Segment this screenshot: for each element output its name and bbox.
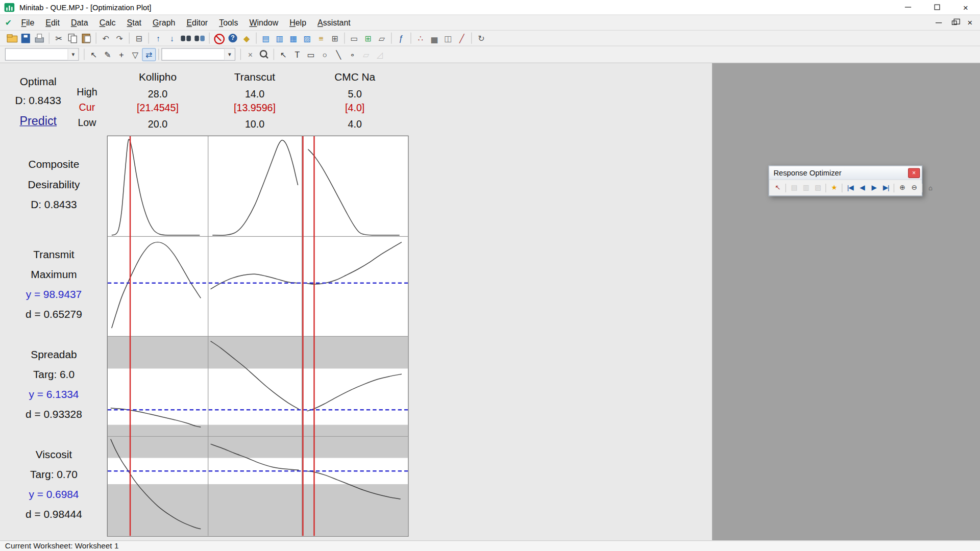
find-icon[interactable]	[179, 32, 193, 45]
statguide-icon[interactable]: ◆	[240, 32, 254, 45]
rectangle-tool-icon[interactable]: ▭	[304, 48, 318, 61]
select-item-icon[interactable]: ↖	[87, 48, 101, 61]
optimizer-plot-icon[interactable]: ▨	[812, 182, 823, 193]
item-select-combobox[interactable]: ▼	[5, 48, 79, 60]
status-bar: Current Worksheet: Worksheet 1	[0, 540, 980, 551]
factor-setting-line-2[interactable]	[314, 136, 315, 536]
menu-graph[interactable]: Graph	[147, 16, 181, 29]
boxplot-tool-icon[interactable]: ◫	[441, 32, 455, 45]
text-tool-icon[interactable]: T	[290, 48, 304, 61]
menu-edit[interactable]: Edit	[40, 16, 65, 29]
copy-icon[interactable]	[66, 32, 80, 45]
child-restore-button[interactable]	[949, 18, 960, 27]
menu-calc[interactable]: Calc	[94, 16, 121, 29]
next-command-icon[interactable]: ↓	[165, 32, 179, 45]
factor-current-value[interactable]: [4.0]	[302, 103, 408, 114]
scatterplot-tool-icon[interactable]: ∴	[413, 32, 427, 45]
find-next-icon[interactable]	[193, 32, 207, 45]
filter-data-icon[interactable]: ▽	[128, 48, 142, 61]
factor-high-value: 5.0	[302, 89, 408, 100]
menu-data[interactable]: Data	[65, 16, 94, 29]
factor-current-value[interactable]: [13.9596]	[208, 103, 302, 114]
close-icon: ×	[967, 18, 972, 27]
nav-next-icon[interactable]: ▶	[868, 182, 880, 193]
assign-formula-icon[interactable]: ƒ	[394, 32, 408, 45]
refresh-graph-icon[interactable]: ↻	[474, 32, 488, 45]
optimizer-close-button[interactable]: ×	[908, 168, 920, 178]
child-close-button[interactable]: ×	[965, 18, 975, 27]
previous-command-icon[interactable]: ↑	[152, 32, 165, 45]
update-graph-icon[interactable]: ⇄	[142, 48, 156, 61]
worksheets-folder-icon[interactable]: ▥	[273, 32, 287, 45]
marker-tool-icon[interactable]: ∘	[346, 48, 359, 61]
factor-setting-line-1[interactable]	[302, 136, 303, 536]
nav-previous-icon[interactable]: ◀	[856, 182, 868, 193]
history-folder-icon[interactable]: ≡	[314, 32, 328, 45]
nav-last-icon[interactable]: ▶|	[880, 182, 892, 193]
open-project-icon[interactable]	[5, 32, 19, 45]
paste-icon[interactable]	[80, 32, 93, 45]
close-button[interactable]: ×	[951, 0, 980, 14]
histogram-tool-icon[interactable]: ▅	[427, 32, 441, 45]
ellipse-tool-icon[interactable]: ○	[318, 48, 332, 61]
add-item-icon[interactable]: +	[114, 48, 128, 61]
cancel-icon[interactable]	[212, 32, 226, 45]
edit-last-dialog-icon[interactable]: ⊟	[132, 32, 146, 45]
home-icon[interactable]: ⌂	[924, 182, 936, 193]
show-worksheet-icon[interactable]: ⊞	[361, 32, 375, 45]
response-stat: y = 6.1334	[1, 385, 106, 405]
zoom-graph-icon[interactable]	[257, 48, 271, 61]
toolbar-separator	[129, 33, 130, 44]
show-session-icon[interactable]: ▭	[347, 32, 361, 45]
select-tool-icon[interactable]: ↖	[277, 48, 290, 61]
cut-icon[interactable]: ✂	[52, 32, 66, 45]
close-graph-icon[interactable]: ×	[243, 48, 257, 61]
session-folder-icon[interactable]: ▤	[259, 32, 273, 45]
response-label-block: CompositeDesirabilityD: 0.8433	[1, 136, 106, 236]
menu-file[interactable]: File	[16, 16, 40, 29]
help-icon[interactable]	[226, 32, 240, 45]
optimizer-settings-icon[interactable]: ▤	[788, 182, 800, 193]
polygon-tool-icon[interactable]: ▱	[359, 48, 373, 61]
chevron-down-icon[interactable]: ▼	[67, 49, 78, 60]
optimizer-title-bar[interactable]: Response Optimizer ×	[769, 166, 922, 180]
zoom-out-icon[interactable]: ⊖	[908, 182, 920, 193]
graphs-folder-icon[interactable]: ▦	[287, 32, 301, 45]
menu-editor[interactable]: Editor	[181, 16, 213, 29]
nav-first-icon[interactable]: |◀	[844, 182, 856, 193]
save-project-icon[interactable]	[19, 32, 33, 45]
menu-window[interactable]: Window	[243, 16, 284, 29]
print-icon[interactable]	[33, 32, 46, 45]
toolbar-separator	[49, 33, 50, 44]
optimizer-copy-settings-icon[interactable]: ▥	[800, 182, 812, 193]
toolbar-separator	[471, 33, 472, 44]
checkmark-icon: ✔	[5, 18, 12, 27]
zoom-in-icon[interactable]: ⊕	[896, 182, 908, 193]
response-stat: Maximum	[1, 265, 106, 285]
menu-stat[interactable]: Stat	[121, 16, 147, 29]
lineplot-tool-icon[interactable]: ╱	[455, 32, 469, 45]
optimizer-select-icon[interactable]: ↖	[772, 182, 783, 193]
polyline-tool-icon[interactable]: ◿	[373, 48, 387, 61]
undo-icon[interactable]: ↶	[99, 32, 113, 45]
line-tool-icon[interactable]: ╲	[332, 48, 346, 61]
factor-column-kollipho: Kollipho28.0[21.4545]20.0	[108, 63, 208, 135]
edit-item-icon[interactable]: ✎	[101, 48, 114, 61]
annotation-combobox[interactable]: ▼	[161, 48, 235, 60]
factor-current-value[interactable]: [21.4545]	[108, 103, 208, 114]
related-documents-icon[interactable]: ⊞	[328, 32, 341, 45]
menu-assistant[interactable]: Assistant	[312, 16, 356, 29]
maximize-button[interactable]	[922, 0, 951, 14]
factor-setting-line-0[interactable]	[130, 136, 131, 536]
graph-editing-toolbar: ▼ ↖✎+▽⇄ ▼ ×↖T▭○╲∘▱◿	[0, 46, 980, 63]
menu-tools[interactable]: Tools	[213, 16, 243, 29]
child-minimize-button[interactable]	[934, 18, 944, 27]
show-graph-icon[interactable]: ▱	[375, 32, 388, 45]
redo-icon[interactable]: ↷	[113, 32, 127, 45]
minimize-button[interactable]	[894, 0, 922, 14]
toolbar-separator	[825, 183, 826, 192]
favorites-icon[interactable]: ★	[828, 182, 840, 193]
chevron-down-icon[interactable]: ▼	[224, 49, 235, 60]
menu-help[interactable]: Help	[284, 16, 312, 29]
project-info-icon[interactable]: ▨	[301, 32, 314, 45]
